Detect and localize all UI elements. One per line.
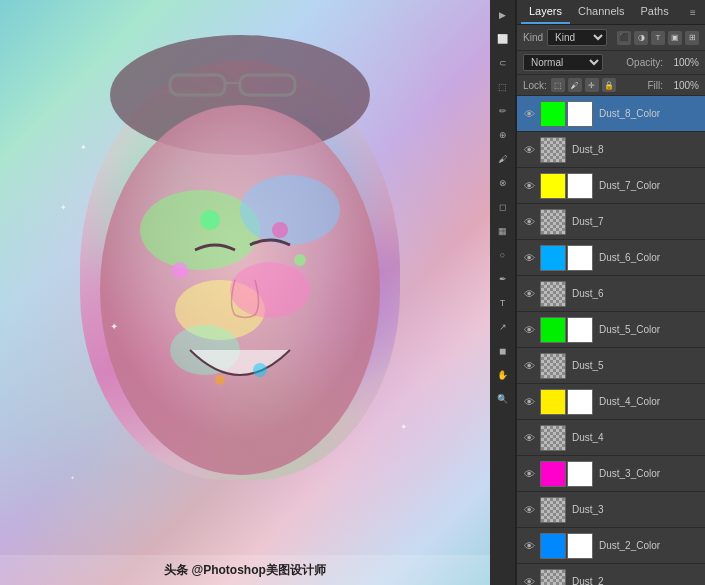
layer-row[interactable]: 👁Dust_3_Color	[517, 456, 705, 492]
layer-visibility-icon[interactable]: 👁	[521, 394, 537, 410]
layer-thumbnail-group	[540, 281, 566, 307]
layer-name-label: Dust_8	[572, 144, 701, 155]
filter-pixel-icon[interactable]: ⬛	[617, 31, 631, 45]
layer-visibility-icon[interactable]: 👁	[521, 214, 537, 230]
layer-thumbnail-group	[540, 461, 593, 487]
tool-hand[interactable]: ✋	[492, 364, 514, 386]
layer-row[interactable]: 👁Dust_7_Color	[517, 168, 705, 204]
tool-brush[interactable]: 🖌	[492, 148, 514, 170]
layer-color-thumbnail	[540, 173, 566, 199]
tool-gradient[interactable]: ▦	[492, 220, 514, 242]
layer-thumbnail-group	[540, 137, 566, 163]
svg-text:✦: ✦	[80, 143, 87, 152]
layer-thumbnail-group	[540, 425, 566, 451]
layer-visibility-icon[interactable]: 👁	[521, 322, 537, 338]
layer-visibility-icon[interactable]: 👁	[521, 286, 537, 302]
tool-healing[interactable]: ⊕	[492, 124, 514, 146]
tool-eyedropper[interactable]: ✏	[492, 100, 514, 122]
layer-thumbnail	[540, 353, 566, 379]
layer-mask-thumbnail	[567, 317, 593, 343]
photo-area: ✦ ✦ ✦ ★ ✦ ✦ ★ ✦ 头条 @Photoshop美图设计师	[0, 0, 490, 585]
tool-dodge[interactable]: ○	[492, 244, 514, 266]
layer-row[interactable]: 👁Dust_5_Color	[517, 312, 705, 348]
layer-name-label: Dust_7	[572, 216, 701, 227]
layer-thumbnail-group	[540, 209, 566, 235]
layer-visibility-icon[interactable]: 👁	[521, 502, 537, 518]
layer-visibility-icon[interactable]: 👁	[521, 430, 537, 446]
tab-channels[interactable]: Channels	[570, 0, 632, 24]
blend-mode-select[interactable]: Normal	[523, 54, 603, 71]
tool-eraser[interactable]: ◻	[492, 196, 514, 218]
tool-lasso[interactable]: ⊂	[492, 52, 514, 74]
layer-thumbnail-group	[540, 533, 593, 559]
layer-thumbnail-group	[540, 173, 593, 199]
layer-visibility-icon[interactable]: 👁	[521, 142, 537, 158]
tool-select[interactable]: ⬜	[492, 28, 514, 50]
layer-mask-thumbnail	[567, 101, 593, 127]
layer-row[interactable]: 👁Dust_5	[517, 348, 705, 384]
tool-pen[interactable]: ✒	[492, 268, 514, 290]
layer-name-label: Dust_3	[572, 504, 701, 515]
tool-stamp[interactable]: ⊗	[492, 172, 514, 194]
tool-crop[interactable]: ⬚	[492, 76, 514, 98]
layer-visibility-icon[interactable]: 👁	[521, 466, 537, 482]
tool-zoom[interactable]: 🔍	[492, 388, 514, 410]
filter-type-icon[interactable]: T	[651, 31, 665, 45]
svg-point-15	[272, 222, 288, 238]
layer-thumbnail	[540, 137, 566, 163]
layer-thumbnail-group	[540, 569, 566, 586]
watermark-text: 头条 @Photoshop美图设计师	[164, 562, 326, 579]
filter-shape-icon[interactable]: ▣	[668, 31, 682, 45]
tool-move[interactable]: ▶	[492, 4, 514, 26]
layer-mask-thumbnail	[567, 173, 593, 199]
layer-row[interactable]: 👁Dust_4_Color	[517, 384, 705, 420]
layer-name-label: Dust_6_Color	[599, 252, 701, 263]
panel-menu-button[interactable]: ≡	[685, 4, 701, 20]
kind-select[interactable]: Kind	[547, 29, 607, 46]
layer-visibility-icon[interactable]: 👁	[521, 178, 537, 194]
lock-label: Lock:	[523, 80, 547, 91]
layer-name-label: Dust_4_Color	[599, 396, 701, 407]
tool-path-select[interactable]: ↗	[492, 316, 514, 338]
layer-row[interactable]: 👁Dust_8	[517, 132, 705, 168]
layer-visibility-icon[interactable]: 👁	[521, 250, 537, 266]
svg-point-11	[294, 254, 306, 266]
layer-row[interactable]: 👁Dust_3	[517, 492, 705, 528]
layer-row[interactable]: 👁Dust_6_Color	[517, 240, 705, 276]
layer-visibility-icon[interactable]: 👁	[521, 574, 537, 586]
layer-row[interactable]: 👁Dust_4	[517, 420, 705, 456]
layer-name-label: Dust_3_Color	[599, 468, 701, 479]
tab-paths[interactable]: Paths	[633, 0, 677, 24]
svg-point-13	[253, 363, 267, 377]
layer-thumbnail-group	[540, 389, 593, 415]
layer-row[interactable]: 👁Dust_7	[517, 204, 705, 240]
layers-panel: Layers Channels Paths ≡ Kind Kind ⬛ ◑ T …	[516, 0, 705, 585]
layer-visibility-icon[interactable]: 👁	[521, 538, 537, 554]
layer-mask-thumbnail	[567, 245, 593, 271]
layer-thumbnail	[540, 209, 566, 235]
layer-row[interactable]: 👁Dust_2	[517, 564, 705, 585]
filter-adjust-icon[interactable]: ◑	[634, 31, 648, 45]
layer-visibility-icon[interactable]: 👁	[521, 358, 537, 374]
lock-all-icon[interactable]: 🔒	[602, 78, 616, 92]
tool-shape[interactable]: ◼	[492, 340, 514, 362]
layer-thumbnail-group	[540, 317, 593, 343]
filter-smart-icon[interactable]: ⊞	[685, 31, 699, 45]
tab-layers[interactable]: Layers	[521, 0, 570, 24]
layer-visibility-icon[interactable]: 👁	[521, 106, 537, 122]
layer-name-label: Dust_2	[572, 576, 701, 585]
svg-text:✦: ✦	[60, 203, 67, 212]
blend-mode-row: Normal Opacity: 100%	[517, 51, 705, 75]
ps-tools-sidebar: ▶ ⬜ ⊂ ⬚ ✏ ⊕ 🖌 ⊗ ◻ ▦ ○ ✒ T ↗ ◼ ✋ 🔍	[490, 0, 516, 585]
tool-type[interactable]: T	[492, 292, 514, 314]
layer-name-label: Dust_7_Color	[599, 180, 701, 191]
layer-color-thumbnail	[540, 533, 566, 559]
svg-point-6	[240, 175, 340, 245]
layer-row[interactable]: 👁Dust_6	[517, 276, 705, 312]
layer-row[interactable]: 👁Dust_8_Color	[517, 96, 705, 132]
lock-paint-icon[interactable]: 🖌	[568, 78, 582, 92]
layer-row[interactable]: 👁Dust_2_Color	[517, 528, 705, 564]
lock-transparent-icon[interactable]: ⬚	[551, 78, 565, 92]
layer-thumbnail-group	[540, 245, 593, 271]
lock-position-icon[interactable]: ✛	[585, 78, 599, 92]
